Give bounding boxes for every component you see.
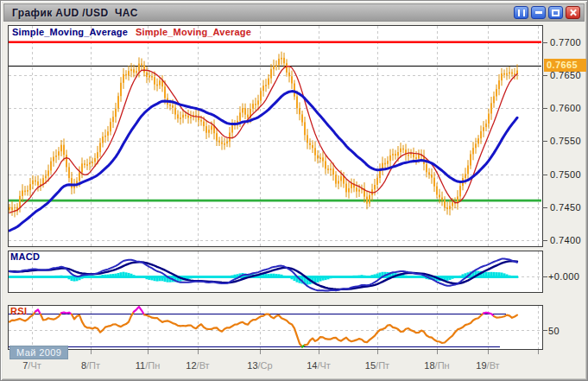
rsi-panel-label: RSI [10,306,27,316]
chart-canvas[interactable] [1,1,588,381]
macd-zero-label: +0.000 [548,271,579,282]
date-tick-label: 15/Пт [365,360,389,371]
macd-panel-label: MACD [10,251,40,262]
price-tick-label: 0.7700 [550,37,581,48]
date-tick-label: 12/Вт [186,360,209,371]
legend-sma-fast: Simple_Moving_Average [136,27,251,37]
current-price-badge: 0.7665 [544,59,586,72]
rsi-mid-label: 50 [548,326,560,336]
chart-window: График AUD /USD ЧАС Simple_Moving_Averag… [0,0,588,381]
date-tick-label: 11/Пн [136,360,160,371]
date-tick-label: 13/Ср [247,360,272,371]
indicator-legend: Simple_Moving_Average Simple_Moving_Aver… [12,27,251,37]
price-tick-label: 0.7450 [550,202,581,213]
date-tick-label: 19/Вт [476,360,499,371]
date-tick-label: 8/Пт [81,360,100,371]
date-tick-label: 14/Чт [307,360,331,371]
price-tick-label: 0.7550 [550,136,581,146]
legend-sma-slow: Simple_Moving_Average [12,27,128,37]
month-badge: Май 2009 [9,346,68,359]
price-tick-label: 0.7500 [550,169,581,180]
date-tick-label: 18/Пн [424,360,449,371]
price-tick-label: 0.7600 [550,103,581,113]
price-tick-label: 0.7400 [550,235,581,245]
date-tick-label: 7/Чт [22,360,41,371]
